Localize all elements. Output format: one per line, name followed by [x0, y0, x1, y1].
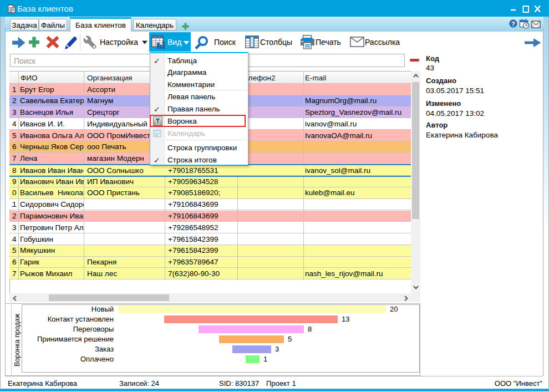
svg-text:?: ? — [511, 21, 515, 27]
